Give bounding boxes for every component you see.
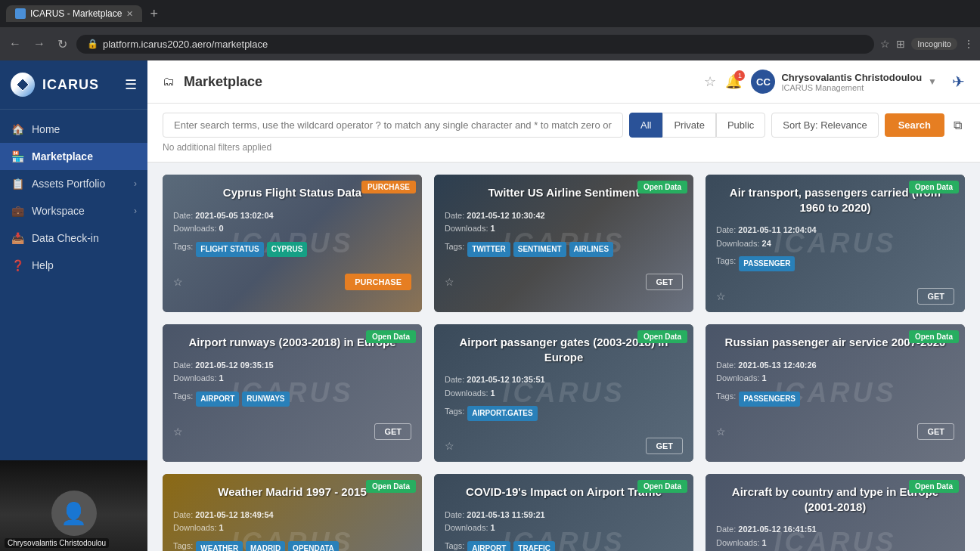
- user-avatar: CC: [751, 70, 775, 94]
- address-bar[interactable]: 🔒 platform.icarus2020.aero/marketplace: [76, 35, 874, 54]
- favorite-star-button[interactable]: ☆: [704, 73, 716, 90]
- webcam-video: 👤: [0, 460, 147, 551]
- sidebar-item-workspace[interactable]: 💼 Workspace ›: [0, 197, 147, 224]
- notification-badge: 1: [734, 70, 745, 81]
- notifications-button[interactable]: 🔔 1: [725, 73, 742, 90]
- card-action-button[interactable]: PURCHASE: [345, 274, 411, 290]
- card-item[interactable]: ICARUS Open Data Airport passanger gates…: [434, 324, 693, 462]
- card-badge: Open Data: [909, 330, 959, 343]
- marketplace-icon: 🏪: [11, 150, 24, 163]
- card-footer: ☆ GET: [434, 432, 693, 462]
- browser-tab[interactable]: ICARUS - Marketplace ✕: [6, 5, 142, 22]
- app-container: ICARUS ☰ 🏠 Home 🏪 Marketplace 📋 Assets P…: [0, 60, 980, 551]
- back-button[interactable]: ←: [6, 34, 24, 54]
- card-favorite-icon[interactable]: ☆: [445, 276, 454, 288]
- browser-chrome: ICARUS - Marketplace ✕ +: [0, 0, 980, 27]
- tag: SENTIMENT: [513, 242, 566, 257]
- card-favorite-icon[interactable]: ☆: [445, 440, 454, 452]
- incognito-badge[interactable]: Incognito: [911, 38, 957, 50]
- card-item[interactable]: ICARUS Open Data COVID-19's Impact on Ai…: [434, 474, 693, 551]
- card-badge: Open Data: [637, 330, 687, 343]
- browser-actions: ☆ ⊞ Incognito ⋮: [880, 38, 974, 50]
- card-favorite-icon[interactable]: ☆: [716, 426, 726, 438]
- card-tags: AIRPORT.GATES: [467, 406, 537, 421]
- card-tags: TWITTERSENTIMENTAIRLINES: [467, 242, 613, 257]
- sidebar-item-datain[interactable]: 📥 Data Check-in: [0, 224, 147, 252]
- reload-button[interactable]: ↻: [54, 34, 70, 54]
- card-tags: PASSENGER: [739, 256, 795, 271]
- card-item[interactable]: ICARUS Open Data Aircraft by country and…: [706, 474, 965, 551]
- tag: OPENDATA: [288, 541, 339, 551]
- card-badge: Open Data: [366, 480, 416, 493]
- sidebar-label-help: Help: [32, 259, 54, 271]
- sidebar-label-home: Home: [32, 123, 60, 135]
- assets-expand-icon: ›: [134, 178, 137, 189]
- filter-info: No additional filters applied: [163, 142, 965, 153]
- menu-icon[interactable]: ⋮: [963, 38, 974, 50]
- card-item[interactable]: ICARUS Open Data Air transport, passenge…: [706, 175, 965, 312]
- sidebar-item-help[interactable]: ❓ Help: [0, 252, 147, 279]
- card-action-button[interactable]: GET: [917, 288, 954, 305]
- logo-icon: [11, 73, 35, 97]
- forward-button[interactable]: →: [30, 34, 48, 54]
- tag: MADRID: [246, 541, 285, 551]
- datain-icon: 📥: [11, 232, 24, 244]
- card-favorite-icon[interactable]: ☆: [716, 290, 726, 302]
- filter-private-button[interactable]: Private: [662, 113, 715, 138]
- card-favorite-icon[interactable]: ☆: [173, 276, 183, 288]
- tag: TRAFFIC: [513, 541, 555, 551]
- search-input-wrapper: [163, 113, 623, 138]
- hamburger-icon[interactable]: ☰: [125, 76, 137, 93]
- card-action-button[interactable]: GET: [646, 274, 683, 290]
- tag: PASSENGERS: [739, 392, 800, 407]
- page-icon: 🗂: [163, 75, 175, 88]
- card-favorite-icon[interactable]: ☆: [173, 426, 183, 438]
- sidebar-item-assets[interactable]: 📋 Assets Portfolio ›: [0, 170, 147, 197]
- tag: WEATHER: [196, 541, 243, 551]
- bookmark-star-icon[interactable]: ☆: [880, 38, 890, 50]
- card-item[interactable]: ICARUS PURCHASE Cyprus Flight Status Dat…: [163, 175, 422, 312]
- main-header: 🗂 Marketplace ☆ 🔔 1 CC Chrysovalantis Ch…: [147, 60, 980, 104]
- filter-all-button[interactable]: All: [629, 113, 662, 138]
- sort-button[interactable]: Sort By: Relevance: [771, 113, 878, 138]
- user-role: ICARUS Management: [781, 83, 922, 92]
- advanced-filter-icon[interactable]: ⧉: [951, 116, 965, 135]
- card-action-button[interactable]: GET: [646, 438, 683, 454]
- card-badge: Open Data: [637, 480, 687, 493]
- card-item[interactable]: ICARUS Open Data Russian passenger air s…: [706, 324, 965, 462]
- tab-close-button[interactable]: ✕: [126, 9, 133, 19]
- webcam-label: Chrysovalantis Christodoulou: [5, 538, 109, 548]
- card-item[interactable]: ICARUS Open Data Twitter US Airline Sent…: [434, 175, 693, 312]
- sidebar-item-marketplace[interactable]: 🏪 Marketplace: [0, 143, 147, 170]
- card-badge: Open Data: [909, 480, 959, 493]
- browser-controls: ← → ↻ 🔒 platform.icarus2020.aero/marketp…: [0, 27, 980, 60]
- tag: RUNWAYS: [242, 392, 289, 407]
- card-action-button[interactable]: GET: [374, 423, 411, 440]
- filter-public-button[interactable]: Public: [716, 113, 765, 138]
- search-input[interactable]: [163, 113, 623, 138]
- user-name: Chrysovalantis Christodoulou: [781, 72, 922, 83]
- card-badge: Open Data: [637, 181, 687, 193]
- card-action-button[interactable]: GET: [917, 423, 954, 440]
- user-dropdown-icon: ▼: [928, 76, 937, 87]
- card-item[interactable]: ICARUS Open Data Weather Madrid 1997 - 2…: [163, 474, 422, 551]
- sidebar-item-home[interactable]: 🏠 Home: [0, 116, 147, 143]
- card-meta: Date: 2021-05-12 10:35:51 Downloads: 1 T…: [445, 373, 683, 421]
- plane-icon[interactable]: ✈: [952, 73, 965, 91]
- card-tags: FLIGHT STATUSCYPRUS: [196, 242, 307, 257]
- security-icon: 🔒: [87, 39, 98, 49]
- page-title: Marketplace: [184, 74, 262, 90]
- card-item[interactable]: ICARUS Open Data Airport runways (2003-2…: [163, 324, 422, 462]
- new-tab-button[interactable]: +: [147, 6, 161, 22]
- home-icon: 🏠: [11, 123, 24, 135]
- card-tags: PASSENGERS: [739, 392, 800, 407]
- tag: AIRPORT.GATES: [467, 406, 537, 421]
- tag: AIRLINES: [569, 242, 614, 257]
- search-button[interactable]: Search: [885, 113, 944, 137]
- extensions-icon[interactable]: ⊞: [896, 38, 905, 50]
- sidebar-label-workspace: Workspace: [32, 205, 85, 217]
- card-badge: Open Data: [366, 330, 416, 343]
- user-profile-button[interactable]: CC Chrysovalantis Christodoulou ICARUS M…: [751, 70, 937, 94]
- card-tags: AIRPORTRUNWAYS: [196, 392, 289, 407]
- search-section: All Private Public Sort By: Relevance Se…: [147, 104, 980, 163]
